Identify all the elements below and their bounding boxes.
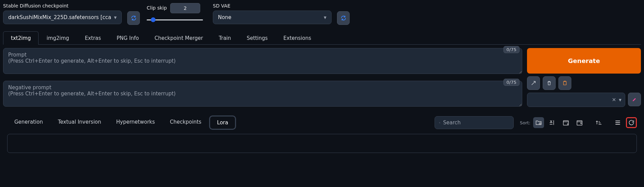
clipskip-slider[interactable] <box>147 17 203 22</box>
tab-checkpoint-merger[interactable]: Checkpoint Merger <box>147 31 211 45</box>
refresh-icon <box>340 15 347 21</box>
main-tabs: txt2imgimg2imgExtrasPNG InfoCheckpoint M… <box>3 31 641 45</box>
subtab-hypernetworks[interactable]: Hypernetworks <box>109 115 162 130</box>
clipskip-input[interactable] <box>170 3 200 13</box>
sort-name-button[interactable] <box>547 117 558 128</box>
vae-value: None <box>218 14 231 20</box>
refresh-networks-button[interactable] <box>626 117 637 128</box>
clipskip-label: Clip skip <box>147 5 167 11</box>
extra-networks-search[interactable] <box>435 116 514 129</box>
subtab-lora[interactable]: Lora <box>209 115 236 130</box>
tab-extras[interactable]: Extras <box>77 31 109 45</box>
sort-label: Sort: <box>520 120 530 125</box>
tree-view-button[interactable] <box>612 117 623 128</box>
styles-dropdown[interactable]: ✕ ▼ <box>527 93 625 107</box>
checkpoint-dropdown[interactable]: darkSushiMixMix_225D.safetensors [cca17b… <box>3 11 122 24</box>
edit-styles-button[interactable] <box>628 93 641 106</box>
subtab-textual-inversion[interactable]: Textual Inversion <box>51 115 108 130</box>
chevron-down-icon: ▼ <box>324 16 326 19</box>
calendar-plus-icon <box>562 119 569 126</box>
sort-date-modified-button[interactable] <box>574 117 585 128</box>
tab-png-info[interactable]: PNG Info <box>109 31 147 45</box>
sort-asc-icon <box>595 119 602 126</box>
refresh-icon <box>131 15 137 21</box>
extra-networks-panel <box>7 134 637 153</box>
tab-txt2img[interactable]: txt2img <box>3 31 39 45</box>
subtab-generation[interactable]: Generation <box>7 115 50 130</box>
list-tree-icon <box>614 119 621 126</box>
trash-icon <box>546 80 552 86</box>
prompt-textarea[interactable] <box>3 48 522 74</box>
search-input[interactable] <box>443 120 509 126</box>
tab-train[interactable]: Train <box>211 31 239 45</box>
folder-search-icon <box>535 119 542 126</box>
checkpoint-value: darkSushiMixMix_225D.safetensors [cca17b… <box>8 14 111 20</box>
interrogate-button[interactable] <box>527 76 540 90</box>
svg-point-3 <box>539 123 541 125</box>
extra-networks-tabs: GenerationTextual InversionHypernetworks… <box>7 115 236 130</box>
neg-prompt-textarea[interactable] <box>3 81 522 107</box>
sort-path-button[interactable] <box>533 117 544 128</box>
chevron-down-icon: ▼ <box>619 98 621 102</box>
chevron-down-icon: ▼ <box>114 16 117 19</box>
arrow-icon <box>531 80 536 86</box>
svg-point-2 <box>439 122 440 123</box>
sort-direction-button[interactable] <box>593 117 604 128</box>
brush-icon <box>632 97 637 102</box>
sort-date-created-button[interactable] <box>560 117 571 128</box>
neg-prompt-counter: 0/75 <box>503 79 519 86</box>
checkpoint-label: Stable Diffusion checkpoint <box>3 3 122 9</box>
tab-settings[interactable]: Settings <box>239 31 276 45</box>
generate-button[interactable]: Generate <box>527 48 641 74</box>
tab-extensions[interactable]: Extensions <box>276 31 319 45</box>
subtab-checkpoints[interactable]: Checkpoints <box>163 115 208 130</box>
prompt-counter: 0/75 <box>503 46 519 53</box>
paste-button[interactable] <box>558 76 571 90</box>
vae-label: SD VAE <box>213 3 332 9</box>
clear-styles-icon[interactable]: ✕ <box>612 97 616 103</box>
refresh-icon <box>628 119 635 126</box>
svg-rect-1 <box>564 81 566 82</box>
clipboard-icon <box>562 80 568 86</box>
refresh-vae-button[interactable] <box>337 11 350 25</box>
vae-dropdown[interactable]: None ▼ <box>213 11 332 24</box>
calendar-arrow-icon <box>576 119 583 126</box>
text-sort-icon <box>549 119 556 126</box>
svg-rect-0 <box>564 81 566 85</box>
clear-button[interactable] <box>543 76 556 90</box>
search-icon <box>439 120 440 125</box>
refresh-checkpoint-button[interactable] <box>127 11 140 25</box>
tab-img2img[interactable]: img2img <box>39 31 77 45</box>
